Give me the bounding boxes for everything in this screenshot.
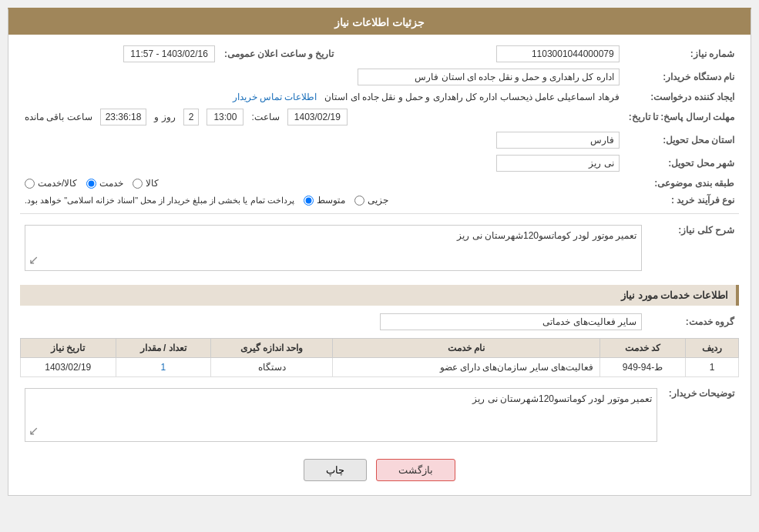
province-label: استان محل تحویل: [624, 129, 739, 152]
remaining-time-label: ساعت باقی مانده [25, 112, 92, 122]
cell-unit: دستگاه [210, 358, 332, 377]
purchase-motavasset-label: متوسط [317, 195, 345, 206]
main-card: جزئیات اطلاعات نیاز شماره نیاز: 11030010… [8, 8, 751, 496]
buyer-description-box: تعمیر موتور لودر کوماتسو120شهرستان نی ری… [25, 388, 657, 442]
radio-motavasset[interactable] [304, 196, 314, 206]
remaining-days-label: روز و [154, 112, 175, 122]
col-code: کد خدمت [599, 339, 685, 358]
cell-row: 1 [686, 358, 739, 377]
col-unit: واحد اندازه گیری [210, 339, 332, 358]
category-kala: کالا [133, 178, 159, 189]
radio-khedmat[interactable] [86, 179, 96, 189]
col-row: ردیف [686, 339, 739, 358]
buyer-description-table: توضیحات خریدار: تعمیر موتور لودر کوماتسو… [20, 382, 739, 448]
deadline-label: مهلت ارسال پاسخ: تا تاریخ: [624, 105, 739, 129]
category-khedmat: خدمت [86, 178, 123, 189]
print-button[interactable]: چاپ [304, 459, 367, 481]
service-group-label: گروه خدمت: [646, 310, 739, 333]
category-khedmat-label: خدمت [99, 178, 123, 189]
city-label: شهر محل تحویل: [624, 152, 739, 175]
deadline-date: 1403/02/19 [287, 109, 348, 125]
purchase-type-label: نوع فرآیند خرید : [624, 192, 739, 209]
category-label: طبقه بندی موضوعی: [624, 175, 739, 192]
cell-code: ط-94-949 [599, 358, 685, 377]
desc-arrow-icon: ↙ [29, 253, 39, 267]
remaining-days: 2 [183, 109, 200, 125]
info-table-top: شماره نیاز: 1103001044000079 تاریخ و ساع… [20, 42, 739, 209]
deadline-time-label: ساعت: [251, 112, 279, 122]
purchase-jozi: جزیی [354, 195, 388, 206]
description-value: تعمیر موتور لودر کوماتسو120شهرستان نی ری… [457, 230, 636, 241]
announce-value: 1403/02/16 - 11:57 [123, 45, 215, 62]
purchase-type-note: پرداخت تمام یا بخشی از مبلغ خریدار از مح… [25, 196, 294, 206]
card-body: شماره نیاز: 1103001044000079 تاریخ و ساع… [8, 35, 751, 495]
creator-contact-link[interactable]: اطلاعات تماس خریدار [233, 92, 317, 102]
radio-kala[interactable] [133, 179, 143, 189]
page-wrapper: جزئیات اطلاعات نیاز شماره نیاز: 11030010… [0, 0, 759, 532]
buyer-description-value: تعمیر موتور لودر کوماتسو120شهرستان نی ری… [472, 393, 652, 404]
col-name: نام خدمت [333, 339, 600, 358]
divider-1 [20, 213, 739, 214]
category-kala-khedmat-label: کالا/خدمت [38, 178, 77, 189]
creator-label: ایجاد کننده درخواست: [624, 89, 739, 105]
radio-jozi[interactable] [354, 196, 364, 206]
buyer-description-label: توضیحات خریدار: [662, 382, 739, 448]
service-group-table: گروه خدمت: سایر فعالیت‌های خدماتی [20, 310, 739, 333]
deadline-time: 13:00 [207, 109, 243, 125]
services-data-table: ردیف کد خدمت نام خدمت واحد اندازه گیری ت… [20, 338, 739, 377]
announce-label: تاریخ و ساعت اعلان عمومی: [220, 42, 338, 65]
table-row: 1 ط-94-949 فعالیت‌های سایر سازمان‌های دا… [21, 358, 739, 377]
radio-kala-khedmat[interactable] [25, 179, 35, 189]
cell-name: فعالیت‌های سایر سازمان‌های دارای عضو [333, 358, 600, 377]
request-number-value: 1103001044000079 [496, 45, 620, 62]
description-table: شرح کلی نیاز: تعمیر موتور لودر کوماتسو12… [20, 219, 739, 277]
cell-date: 1403/02/19 [21, 358, 116, 377]
card-header: جزئیات اطلاعات نیاز [8, 10, 751, 35]
creator-name: فرهاد اسماعیلی عامل ذیحساب اداره کل راهد… [324, 92, 619, 102]
services-section-title: اطلاعات خدمات مورد نیاز [20, 285, 739, 306]
description-label: شرح کلی نیاز: [646, 219, 739, 277]
description-box: تعمیر موتور لودر کوماتسو120شهرستان نی ری… [25, 225, 642, 271]
service-group-value: سایر فعالیت‌های خدماتی [380, 313, 642, 330]
city-value: نی ریز [496, 155, 620, 172]
buyer-desc-arrow-icon: ↙ [29, 423, 39, 438]
page-title: جزئیات اطلاعات نیاز [334, 16, 425, 28]
remaining-time: 23:36:18 [100, 109, 147, 125]
request-number-label: شماره نیاز: [624, 42, 739, 65]
back-button[interactable]: بازگشت [376, 459, 455, 481]
category-kala-label: کالا [146, 178, 159, 189]
purchase-jozi-label: جزیی [368, 195, 388, 206]
buyer-org-label: نام دستگاه خریدار: [624, 65, 739, 89]
button-row: بازگشت چاپ [20, 459, 739, 481]
col-date: تاریخ نیاز [21, 339, 116, 358]
col-quantity: تعداد / مقدار [116, 339, 210, 358]
purchase-motavasset: متوسط [304, 195, 345, 206]
province-value: فارس [496, 132, 620, 149]
cell-quantity: 1 [116, 358, 210, 377]
buyer-org-value: اداره کل راهداری و حمل و نقل جاده ای است… [358, 69, 620, 85]
category-kala-khedmat: کالا/خدمت [25, 178, 77, 189]
